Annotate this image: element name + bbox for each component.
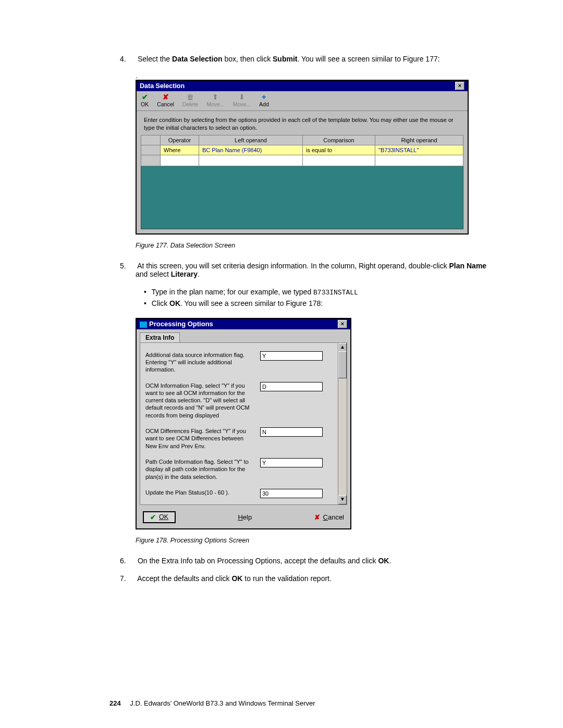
empty-cell[interactable] bbox=[375, 155, 463, 166]
option-input-ocm-diff[interactable] bbox=[260, 427, 323, 437]
ok-button[interactable]: ✔OK bbox=[143, 511, 176, 523]
option-label: Update the Plan Status(10 - 60 ). bbox=[145, 489, 255, 496]
sub1-code: B733INSTALL bbox=[313, 289, 358, 297]
option-input-addl-info[interactable] bbox=[260, 351, 323, 361]
check-icon: ✔ bbox=[150, 513, 156, 521]
step6-text: On the Extra Info tab on Processing Opti… bbox=[138, 557, 378, 565]
col-left-operand: Left operand bbox=[199, 135, 303, 145]
sub2-text-a: Click bbox=[152, 299, 169, 307]
arrow-up-icon: ⬆ bbox=[206, 93, 224, 101]
options-panel: ▲ ▼ Additional data source information f… bbox=[140, 342, 347, 505]
ok-button[interactable]: ✔OK bbox=[141, 93, 149, 107]
row-selector[interactable] bbox=[141, 145, 161, 155]
delete-button[interactable]: 🗑Delete bbox=[182, 93, 198, 107]
cell-operator[interactable]: Where bbox=[161, 145, 199, 155]
option-label: OCM Information Flag. select "Y" if you … bbox=[145, 382, 255, 419]
tab-extra-info[interactable]: Extra Info bbox=[140, 332, 180, 342]
x-icon: ✘ bbox=[157, 93, 174, 101]
scroll-thumb[interactable] bbox=[338, 351, 347, 378]
step6-end: . bbox=[389, 557, 391, 565]
figure-177-caption: Figure 177. Data Selection Screen bbox=[136, 242, 500, 249]
step5-text-a: At this screen, you will set criteria de… bbox=[137, 262, 449, 270]
step4-text-a: Select the bbox=[138, 55, 172, 63]
add-button[interactable]: +Add bbox=[259, 93, 269, 107]
empty-cell[interactable] bbox=[161, 155, 199, 166]
scroll-down-icon[interactable]: ▼ bbox=[338, 495, 347, 504]
grid-data-row: Where BC Plan Name (F9840) is equal to "… bbox=[141, 145, 463, 155]
step4-text-b: box, then click bbox=[223, 55, 273, 63]
footer-text: J.D. Edwards' OneWorld B73.3 and Windows… bbox=[130, 699, 315, 707]
help-button[interactable]: Help bbox=[238, 513, 252, 521]
option-input-path-code[interactable] bbox=[260, 458, 323, 467]
document-page: 4. Select the Data Selection box, then c… bbox=[0, 0, 563, 728]
option-input-ocm-info[interactable] bbox=[260, 382, 323, 391]
option-row-3: OCM Differences Flag. Select "Y" if you … bbox=[145, 427, 341, 450]
toolbar: ✔OK ✘Cancel 🗑Delete ⬆Move... ⬇Move... +A… bbox=[137, 91, 468, 111]
cell-left-operand[interactable]: BC Plan Name (F9840) bbox=[199, 145, 303, 155]
step5-bold-1: Plan Name bbox=[449, 262, 487, 270]
close-icon[interactable]: × bbox=[338, 320, 347, 328]
x-icon: ✘ bbox=[314, 513, 320, 521]
cancel-button[interactable]: ✘Cancel bbox=[157, 93, 174, 107]
app-icon bbox=[140, 322, 147, 328]
step-number: 5. bbox=[120, 262, 136, 270]
sub2-text-b: . You will see a screen similar to Figur… bbox=[180, 299, 323, 307]
sub2-bold: OK bbox=[169, 299, 180, 307]
page-footer: 224 J.D. Edwards' OneWorld B73.3 and Win… bbox=[109, 699, 315, 707]
row-selector[interactable] bbox=[141, 155, 161, 166]
row-header-blank bbox=[141, 135, 161, 145]
grid-wrap: Operator Left operand Comparison Right o… bbox=[137, 135, 468, 233]
option-row-2: OCM Information Flag. select "Y" if you … bbox=[145, 382, 341, 419]
empty-cell[interactable] bbox=[303, 155, 375, 166]
grid-empty-row bbox=[141, 155, 463, 166]
grid-header-row: Operator Left operand Comparison Right o… bbox=[141, 135, 463, 145]
col-right-operand: Right operand bbox=[375, 135, 463, 145]
option-input-plan-status[interactable] bbox=[260, 489, 323, 498]
cell-comparison[interactable]: is equal to bbox=[303, 145, 375, 155]
dialog-titlebar: Data Selection × bbox=[137, 81, 468, 91]
step-number: 4. bbox=[120, 55, 136, 63]
data-selection-dialog: Data Selection × ✔OK ✘Cancel 🗑Delete ⬆Mo… bbox=[136, 80, 469, 235]
cell-right-operand[interactable]: "B733INSTALL" bbox=[375, 145, 463, 155]
processing-options-dialog: Processing Options × Extra Info ▲ ▼ Addi… bbox=[136, 318, 351, 529]
fig177-dot: . bbox=[136, 72, 500, 80]
step5-bold-2: Literary bbox=[171, 270, 198, 278]
button-row: ✔OK Help ✘Cancel bbox=[137, 508, 350, 528]
check-icon: ✔ bbox=[141, 93, 149, 101]
col-comparison: Comparison bbox=[303, 135, 375, 145]
page-number: 224 bbox=[109, 699, 121, 707]
sub1-text: Type in the plan name; for our example, … bbox=[152, 288, 314, 296]
step5-text-c: . bbox=[198, 270, 200, 278]
option-row-1: Additional data source information flag.… bbox=[145, 351, 341, 374]
step5-sub2: • Click OK. You will see a screen simila… bbox=[151, 299, 500, 307]
step5-text-b: and select bbox=[136, 270, 171, 278]
empty-cell[interactable] bbox=[199, 155, 303, 166]
option-row-5: Update the Plan Status(10 - 60 ). bbox=[145, 489, 341, 498]
arrow-down-icon: ⬇ bbox=[233, 93, 251, 101]
option-row-4: Path Code Information flag. Select "Y" t… bbox=[145, 458, 341, 480]
step4-bold-2: Submit bbox=[273, 55, 297, 63]
step4-text-c: . You will see a screen similar to Figur… bbox=[297, 55, 439, 63]
scrollbar[interactable]: ▲ ▼ bbox=[338, 343, 347, 504]
step-number: 6. bbox=[120, 557, 136, 565]
step5-sub1: • Type in the plan name; for our example… bbox=[151, 288, 500, 297]
step-5: 5. At this screen, you will set criteria… bbox=[136, 262, 500, 278]
figure-178-caption: Figure 178. Processing Options Screen bbox=[136, 537, 500, 544]
criteria-grid: Operator Left operand Comparison Right o… bbox=[141, 135, 463, 166]
close-icon[interactable]: × bbox=[455, 82, 464, 90]
trash-icon: 🗑 bbox=[182, 93, 198, 101]
cancel-button[interactable]: ✘Cancel bbox=[314, 513, 344, 521]
move-up-button[interactable]: ⬆Move... bbox=[206, 93, 224, 107]
step-4: 4. Select the Data Selection box, then c… bbox=[136, 55, 500, 63]
option-label: Path Code Information flag. Select "Y" t… bbox=[145, 458, 255, 480]
dialog-titlebar: Processing Options × bbox=[137, 319, 350, 329]
move-down-button[interactable]: ⬇Move... bbox=[233, 93, 251, 107]
step4-bold-1: Data Selection bbox=[172, 55, 222, 63]
step7-bold: OK bbox=[231, 574, 242, 583]
step7-end: to run the validation report. bbox=[242, 574, 331, 583]
grid-background bbox=[141, 166, 463, 229]
bullet-icon: • bbox=[144, 288, 150, 296]
step-number: 7. bbox=[120, 574, 136, 583]
bullet-icon: • bbox=[144, 299, 150, 307]
option-label: OCM Differences Flag. Select "Y" if you … bbox=[145, 427, 255, 450]
